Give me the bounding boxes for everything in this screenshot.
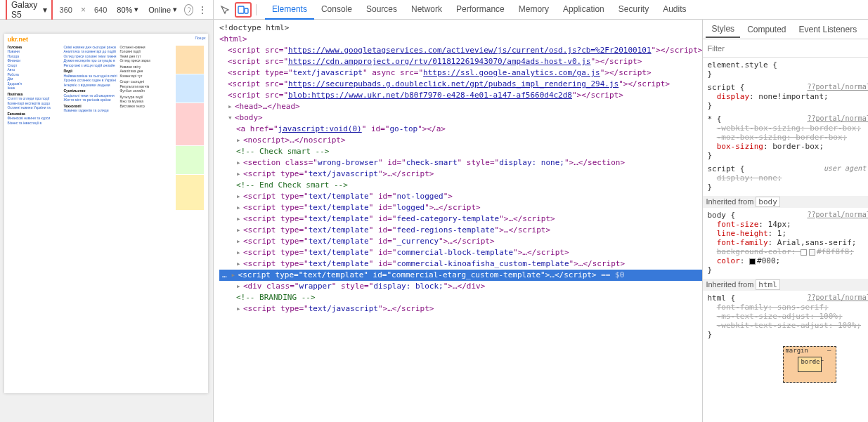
- styles-filter-bar: :hov .cls +: [703, 39, 868, 58]
- device-viewport: ukr.net Пошук ГоловнаНовиниПогодаФінанси…: [0, 20, 213, 422]
- chevron-down-icon: ▾: [134, 5, 138, 14]
- svg-rect-1: [245, 8, 248, 13]
- viewport-height[interactable]: 640: [91, 4, 110, 15]
- device-select[interactable]: Galaxy S5 ▾: [6, 0, 53, 22]
- device-select-label: Galaxy S5: [11, 0, 40, 20]
- expand-icon[interactable]: ▸: [236, 213, 243, 225]
- styles-rules[interactable]: element.style {} ??portal/normal…tal/cor…: [703, 58, 868, 422]
- tab-event-listeners[interactable]: Event Listeners: [793, 22, 863, 37]
- device-mode-icon[interactable]: [235, 2, 252, 18]
- css-source-link[interactable]: ??portal/normal…tal/core.css:1: [807, 294, 868, 301]
- expand-icon[interactable]: ▸: [236, 191, 243, 202]
- expand-icon[interactable]: ▸: [236, 202, 243, 213]
- divider: [256, 4, 257, 15]
- devtools-tabs: Elements Console Sources Network Perform…: [265, 0, 694, 20]
- expand-icon[interactable]: ▸: [236, 247, 243, 258]
- network-select[interactable]: Online ▾: [145, 4, 180, 15]
- zoom-value: 80%: [117, 6, 132, 14]
- expand-icon[interactable]: ▸: [236, 225, 243, 236]
- elements-tree[interactable]: <!doctype html> <html> <script src="http…: [214, 20, 703, 422]
- chevron-down-icon: ▾: [173, 5, 177, 14]
- tab-audits[interactable]: Audits: [656, 0, 693, 20]
- css-source-link[interactable]: ??portal/normal…tal/core.css:1: [807, 114, 868, 122]
- expand-icon[interactable]: ▸: [236, 258, 243, 270]
- devtools: Elements Console Sources Network Perform…: [214, 0, 868, 422]
- tab-network[interactable]: Network: [404, 0, 449, 20]
- expand-icon[interactable]: ▸: [236, 303, 243, 315]
- expand-icon[interactable]: ▸: [236, 236, 243, 247]
- more-icon[interactable]: ⋮: [197, 4, 207, 15]
- viewport-width[interactable]: 360: [57, 4, 75, 15]
- doctype: <!doctype html>: [219, 23, 289, 32]
- svg-rect-0: [238, 6, 244, 13]
- rotate-icon[interactable]: [184, 4, 193, 15]
- emulated-page[interactable]: ukr.net Пошук ГоловнаНовиниПогодаФінанси…: [4, 34, 208, 393]
- styles-filter-input[interactable]: [707, 44, 868, 53]
- tab-console[interactable]: Console: [314, 0, 359, 20]
- css-source-link[interactable]: ??portal/normal…tal/core.css:1: [807, 211, 868, 218]
- network-value: Online: [148, 6, 171, 14]
- devtools-toolbar: Elements Console Sources Network Perform…: [214, 0, 868, 20]
- selected-element[interactable]: …▸<script type="text/template" id="comme…: [219, 270, 703, 281]
- styles-panel: Styles Computed Event Listeners » :hov .…: [702, 20, 868, 422]
- expand-icon[interactable]: ▸: [236, 157, 243, 169]
- tab-application[interactable]: Application: [556, 0, 611, 20]
- mock-search: Пошук: [195, 37, 205, 41]
- inherited-from-body: Inherited from body: [703, 196, 868, 208]
- tab-memory[interactable]: Memory: [512, 0, 556, 20]
- device-panel: Galaxy S5 ▾ 360 × 640 80% ▾ Online ▾ ⋮ u…: [0, 0, 214, 422]
- expand-icon[interactable]: ▸: [228, 101, 235, 112]
- chevron-down-icon: ▾: [43, 5, 47, 15]
- tab-performance[interactable]: Performance: [449, 0, 512, 20]
- collapse-icon[interactable]: ▾: [228, 112, 235, 124]
- tab-security[interactable]: Security: [611, 0, 656, 20]
- css-source-link[interactable]: ??portal/normal…tal/core.css:1: [807, 83, 868, 91]
- tab-sources[interactable]: Sources: [359, 0, 404, 20]
- zoom-select[interactable]: 80% ▾: [114, 4, 141, 15]
- tab-styles[interactable]: Styles: [706, 21, 740, 38]
- dim-separator: ×: [79, 5, 87, 15]
- tab-computed[interactable]: Computed: [741, 22, 791, 37]
- device-toolbar: Galaxy S5 ▾ 360 × 640 80% ▾ Online ▾ ⋮: [0, 0, 213, 20]
- mock-logo: ukr.net: [7, 36, 28, 43]
- expand-icon[interactable]: ▸: [236, 135, 243, 146]
- styles-tabs: Styles Computed Event Listeners »: [703, 20, 868, 39]
- expand-icon[interactable]: ▸: [236, 169, 243, 180]
- expand-icon[interactable]: ▸: [236, 281, 243, 292]
- tab-elements[interactable]: Elements: [265, 0, 314, 20]
- inherited-from-html: Inherited from html: [703, 279, 868, 291]
- box-model: margin – border –: [707, 346, 868, 383]
- inspect-icon[interactable]: [216, 2, 233, 18]
